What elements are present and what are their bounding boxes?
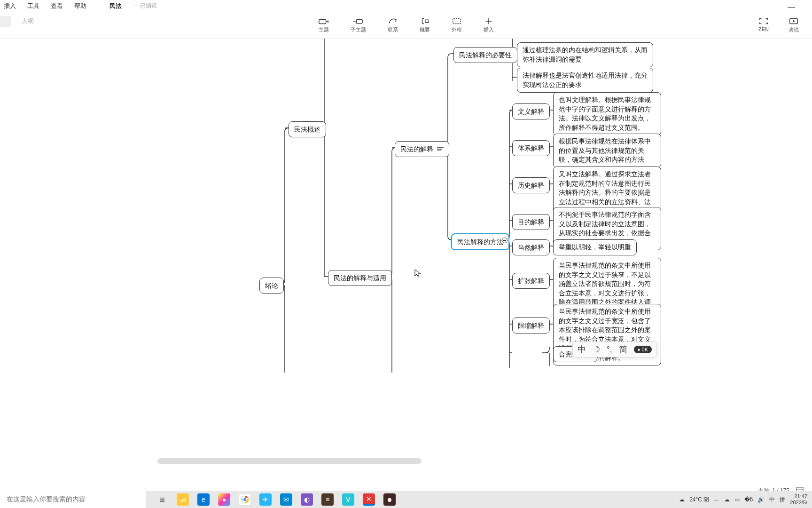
node-lishi[interactable]: 历史解释 xyxy=(512,177,550,193)
node-interpret-apply[interactable]: 民法的解释与适用 xyxy=(328,270,392,286)
task-view-icon[interactable]: ⊞ xyxy=(156,493,168,506)
svg-rect-3 xyxy=(453,19,461,24)
svg-point-7 xyxy=(243,498,246,501)
window-minimize-icon[interactable]: — xyxy=(788,3,795,11)
weather-icon[interactable]: ☁ xyxy=(679,496,685,503)
tray-clock[interactable]: 21:47 2022/5/ xyxy=(790,493,807,505)
menu-view[interactable]: 查看 xyxy=(51,2,63,10)
tray-cloud-icon[interactable]: ☁ xyxy=(724,496,730,503)
tool-summary[interactable]: 概要 xyxy=(420,17,430,33)
xmind-icon[interactable]: ✕ xyxy=(363,493,375,506)
browser-icon[interactable]: ● xyxy=(218,493,230,506)
node-intro[interactable]: 绪论 xyxy=(259,278,284,294)
ime-punct-icon[interactable]: °, xyxy=(607,345,612,355)
node-necessity[interactable]: 民法解释的必要性 xyxy=(453,47,517,63)
ime-toolbar[interactable]: 中 ☽ °, 简 ♦ 0K xyxy=(572,341,657,357)
leaf-wenyi[interactable]: 也叫文理解释。根据民事法律规范中字的字面意义进行解释的方法。法律以文义解释为出发… xyxy=(553,92,661,135)
leaf-dangran[interactable]: 举重以明轻，举轻以明重 xyxy=(553,239,637,255)
leaf-necessity-b[interactable]: 法律解释也是法官创造性地适用法律，充分实现司法公正的要求 xyxy=(517,68,653,93)
ime-moon-icon[interactable]: ☽ xyxy=(593,344,600,355)
tool-add[interactable]: 插入 xyxy=(484,17,494,33)
node-xiansuo[interactable]: 限缩解释 xyxy=(512,318,550,333)
tray-chevron-icon[interactable]: ︿ xyxy=(714,496,719,504)
app-icon-5[interactable]: ☻ xyxy=(383,493,396,506)
doc-status: — 已编辑 xyxy=(133,2,157,10)
node-wenyi[interactable]: 文义解释 xyxy=(512,103,550,119)
tool-boundary[interactable]: 外框 xyxy=(452,17,462,33)
menu-help[interactable]: 帮助 xyxy=(74,2,86,10)
tool-subtopic[interactable]: 子主题 xyxy=(351,17,366,33)
tray-battery-icon[interactable]: ▭ xyxy=(734,496,740,503)
taskbar: 在这里输入你要搜索的内容 ⊞ 📁 e ● ✈ ✉ ◐ ≡ V ✕ ☻ ☁ 24°… xyxy=(0,491,812,508)
mindmap-canvas[interactable]: 绪论 民法概述 民法的解释与适用 民法的解释 民法解释的必要性 通过梳理法条的内… xyxy=(0,39,812,486)
scrollbar-horizontal[interactable] xyxy=(157,458,422,464)
leaf-tixi[interactable]: 根据民事法律规范在法律体系中的位置及与其他法律规范的关联，确定其含义和内容的方法 xyxy=(553,134,661,168)
tool-zen[interactable]: ZEN xyxy=(758,17,769,33)
tray-wifi-icon[interactable]: �წ xyxy=(744,496,753,503)
edge-icon[interactable]: e xyxy=(197,493,210,506)
app-icon-2[interactable]: ◐ xyxy=(301,493,313,506)
tray-lang2[interactable]: 拼 xyxy=(780,496,785,504)
node-kuozhang[interactable]: 扩张解释 xyxy=(512,273,550,289)
ime-badge: ♦ 0K xyxy=(634,346,652,353)
file-explorer-icon[interactable]: 📁 xyxy=(177,493,189,506)
node-tixi[interactable]: 体系解释 xyxy=(512,140,550,156)
app-icon-1[interactable]: ✈ xyxy=(259,493,272,506)
note-icon xyxy=(437,147,444,152)
weather-text: 24°C 阴 xyxy=(689,496,709,504)
tool-relation[interactable]: 联系 xyxy=(388,17,398,33)
chrome-icon[interactable] xyxy=(239,493,251,506)
app-icon-4[interactable]: V xyxy=(342,493,354,506)
tray-volume-icon[interactable]: 🔊 xyxy=(757,496,765,503)
node-dangran[interactable]: 当然解释 xyxy=(512,239,550,255)
mouse-cursor-icon xyxy=(414,269,421,278)
svg-rect-1 xyxy=(356,19,362,23)
leaf-necessity-a[interactable]: 通过梳理法条的内在结构和逻辑关系，从而弥补法律漏洞的需要 xyxy=(517,42,653,67)
tray-lang1[interactable]: 中 xyxy=(769,496,775,504)
node-interpret[interactable]: 民法的解释 xyxy=(395,141,449,157)
app-icon-3[interactable]: ≡ xyxy=(321,493,334,506)
svg-rect-2 xyxy=(425,20,428,23)
menu-bar: 插入 工具 查看 帮助 民法 — 已编辑 — xyxy=(0,0,812,12)
node-mudi[interactable]: 目的解释 xyxy=(512,214,550,230)
doc-title: 民法 xyxy=(109,2,122,10)
node-overview[interactable]: 民法概述 xyxy=(289,121,326,137)
menu-insert[interactable]: 插入 xyxy=(4,2,16,10)
mail-icon[interactable]: ✉ xyxy=(280,493,292,506)
menu-tools[interactable]: 工具 xyxy=(27,2,39,10)
tool-present[interactable]: 演说 xyxy=(789,17,799,33)
toolbar: 主题 子主题 联系 概要 外框 插入 ZEN 演说 xyxy=(0,12,812,39)
tool-topic[interactable]: 主题 xyxy=(319,17,329,33)
ime-mode[interactable]: 中 xyxy=(578,344,586,355)
svg-rect-0 xyxy=(319,19,326,24)
node-methods[interactable]: 民法解释的方法 xyxy=(451,233,509,250)
taskbar-search[interactable]: 在这里输入你要搜索的内容 xyxy=(0,491,146,508)
collapse-icon[interactable] xyxy=(502,238,508,243)
ime-style[interactable]: 简 xyxy=(619,344,627,355)
